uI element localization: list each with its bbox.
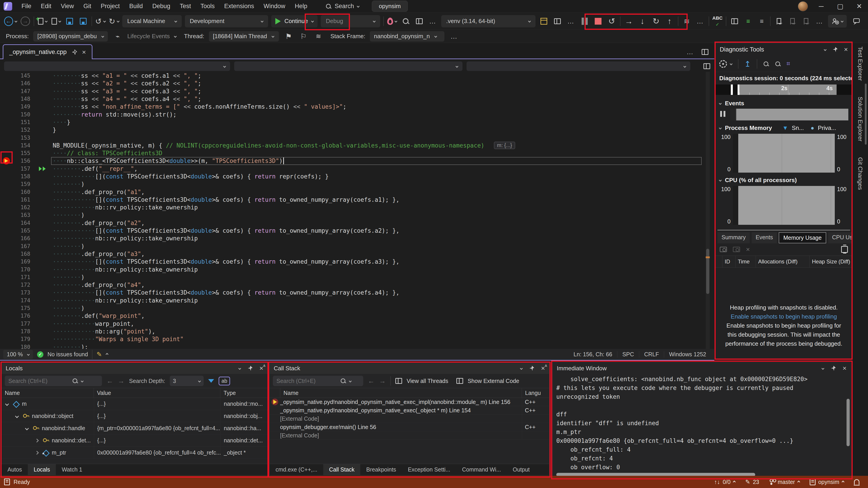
- window-position-icon[interactable]: [239, 367, 241, 370]
- comment-button[interactable]: [730, 15, 740, 28]
- snapshot-col-heap-size-diff-[interactable]: Heap Size (Diff): [810, 256, 852, 267]
- code-text[interactable]: ········): [53, 304, 85, 312]
- prev-frame-icon[interactable]: ←: [368, 377, 375, 385]
- restart-button[interactable]: ↺: [607, 15, 617, 28]
- zoom-out-icon[interactable]: [775, 61, 781, 67]
- stack-frame-row-4[interactable]: [External Code]: [270, 431, 549, 440]
- indent-button[interactable]: ≡: [743, 15, 753, 28]
- variable-value[interactable]: {...}: [94, 398, 220, 410]
- variable-value[interactable]: {...}: [94, 434, 220, 447]
- outdent-button[interactable]: ≡: [756, 15, 767, 28]
- variable-name[interactable]: nanobind::object: [2, 412, 94, 420]
- diag-tab-summary[interactable]: Summary: [717, 232, 750, 243]
- code-line-175[interactable]: 175········): [0, 304, 714, 312]
- variable-value[interactable]: {...}: [94, 410, 220, 422]
- code-text[interactable]: ········.def_prop_ro("a3",: [53, 250, 145, 258]
- code-text[interactable]: ········.def("warp_point",: [53, 312, 145, 320]
- code-line-148[interactable]: 148········ss << "a4 = " << coefs.a4 << …: [0, 95, 714, 103]
- memory-chart[interactable]: 1000 1000: [718, 134, 850, 173]
- code-line-150[interactable]: 150········return std::move(ss).str();: [0, 110, 714, 118]
- locals-row-nanobind-object[interactable]: nanobind::object{...}nanobind::obj...: [2, 410, 268, 422]
- save-all-button[interactable]: [78, 15, 88, 28]
- cpu-chart[interactable]: 1000 1000: [718, 186, 850, 225]
- breakpoint-margin[interactable]: [0, 273, 13, 281]
- chevron-down-icon[interactable]: [81, 380, 84, 383]
- spell-check-button[interactable]: ABC✓: [712, 15, 723, 28]
- immediate-line-3[interactable]: [556, 402, 845, 411]
- search-in-files-icon[interactable]: [401, 15, 411, 28]
- immediate-line-0[interactable]: solve_coefficients: <nanobind.nb_func ob…: [556, 376, 845, 385]
- stack-frame-row-2[interactable]: [External Code]: [270, 415, 549, 423]
- nav-member-dropdown[interactable]: [467, 61, 690, 71]
- notifications-bell-icon[interactable]: [854, 479, 860, 485]
- immediate-line-7[interactable]: 0x000001a997fa6e80 {ob_refcnt_full=4 ob_…: [556, 437, 845, 446]
- nav-project-dropdown[interactable]: [4, 61, 230, 71]
- step-out-button[interactable]: ↑: [664, 15, 675, 28]
- code-text[interactable]: ············[](const TPSCoefficients3D<d…: [53, 289, 399, 296]
- code-line-156[interactable]: 156····nb::class_<TPSCoefficients3D<doub…: [0, 157, 714, 165]
- breakpoint-margin[interactable]: [0, 219, 13, 227]
- code-text[interactable]: ············nb::rv_policy::take_ownershi…: [53, 297, 198, 304]
- code-text[interactable]: ········): [53, 180, 85, 188]
- code-line-157[interactable]: 157········.def("__repr__",: [0, 165, 714, 173]
- filter-icon[interactable]: [208, 379, 214, 383]
- code-text[interactable]: ····nb::class_<TPSCoefficients3D<double>…: [53, 157, 284, 165]
- open-file-button[interactable]: [51, 15, 61, 28]
- frame-name[interactable]: [External Code]: [280, 432, 522, 439]
- panel-tab-cmd-exe-c-[interactable]: cmd.exe (C++,...: [270, 464, 323, 475]
- pin-icon[interactable]: [832, 46, 838, 53]
- undo-button[interactable]: ↺: [95, 15, 105, 28]
- scroll-up-icon[interactable]: ▲: [544, 363, 548, 368]
- encoding-indicator[interactable]: Windows 1252: [664, 351, 711, 358]
- variable-name[interactable]: m_ptr: [2, 449, 94, 457]
- breakpoint-margin[interactable]: [0, 149, 13, 157]
- breakpoint-margin[interactable]: [0, 227, 13, 234]
- pending-edits[interactable]: ✎23: [745, 479, 759, 486]
- show-raw-toggle[interactable]: ab: [219, 377, 230, 385]
- immediate-line-9[interactable]: ob_refcnt: 4: [556, 455, 845, 464]
- code-text[interactable]: ········ss << "a4 = " << coefs.a4 << ", …: [53, 95, 202, 103]
- column-type[interactable]: Type: [220, 388, 268, 398]
- code-text[interactable]: ············warp_point,: [53, 320, 134, 328]
- diagnostics-timeline[interactable]: 2s 4s: [716, 85, 852, 95]
- chevron-down-icon[interactable]: [349, 380, 352, 383]
- chevron-down-icon[interactable]: [174, 35, 177, 38]
- side-scrollbar[interactable]: [865, 84, 867, 144]
- breakpoint-margin[interactable]: [0, 343, 13, 349]
- side-tab-git-changes[interactable]: Git Changes: [857, 157, 864, 190]
- toolbar-overflow-button[interactable]: …: [428, 15, 438, 28]
- breakpoint-margin[interactable]: [0, 72, 13, 79]
- breakpoint-margin[interactable]: [0, 304, 13, 312]
- immediate-vertical-scrollbar[interactable]: [846, 399, 850, 446]
- code-line-170[interactable]: 170············nb::rv_policy::take_owner…: [0, 265, 714, 273]
- code-line-147[interactable]: 147········ss << "a3 = " << coefs.a3 << …: [0, 88, 714, 95]
- breakpoint-margin[interactable]: [0, 126, 13, 134]
- menu-edit[interactable]: Edit: [36, 0, 56, 13]
- close-panel-icon[interactable]: ×: [842, 365, 846, 372]
- code-line-154[interactable]: 154NB_MODULE(_opynsim_native, m) { // NO…: [0, 142, 714, 149]
- snapshot-col-time[interactable]: Time: [736, 256, 756, 267]
- code-line-166[interactable]: 166············nb::rv_policy::take_owner…: [0, 234, 714, 242]
- bookmark-button[interactable]: [774, 15, 784, 28]
- menu-help[interactable]: Help: [290, 0, 312, 13]
- breakpoint-margin[interactable]: [0, 88, 13, 95]
- live-share-button[interactable]: [828, 15, 847, 28]
- code-line-171[interactable]: 171········): [0, 273, 714, 281]
- menu-build[interactable]: Build: [125, 0, 148, 13]
- code-text[interactable]: }: [53, 126, 56, 134]
- variable-name[interactable]: m: [2, 400, 94, 408]
- code-text[interactable]: ········.def_prop_ro("a4",: [53, 281, 145, 289]
- code-line-176[interactable]: 176········.def("warp_point",: [0, 312, 714, 320]
- user-avatar[interactable]: [798, 1, 808, 11]
- variable-name[interactable]: nanobind::det...: [2, 437, 94, 445]
- code-line-158[interactable]: 158············[](const TPSCoefficients3…: [0, 173, 714, 180]
- breakpoint-margin[interactable]: [0, 203, 13, 211]
- code-text[interactable]: ············"Warps a single 3D point": [53, 335, 184, 343]
- panel-tab-locals[interactable]: Locals: [28, 464, 56, 475]
- editor-scrollbar[interactable]: [706, 72, 710, 349]
- show-next-statement-button[interactable]: →: [624, 15, 634, 28]
- immediate-line-6[interactable]: m.m_ptr: [556, 429, 845, 437]
- window-position-icon[interactable]: [824, 48, 827, 51]
- pin-icon[interactable]: [529, 365, 535, 371]
- code-line-168[interactable]: 168········.def_prop_ro("a3",: [0, 250, 714, 258]
